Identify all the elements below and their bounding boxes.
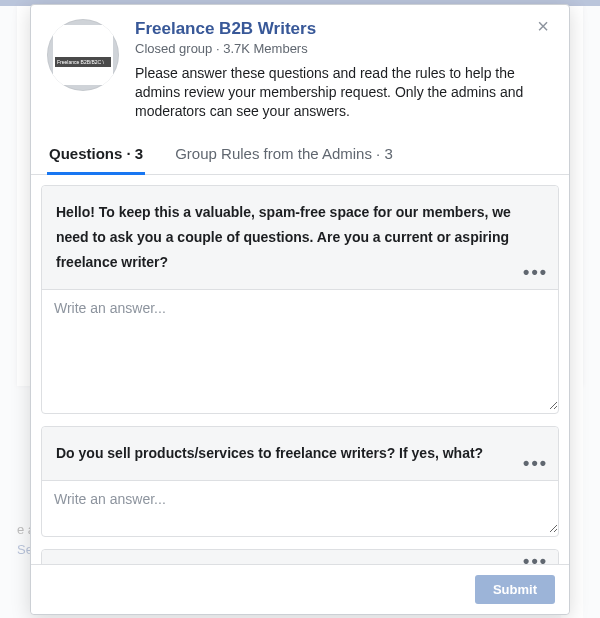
modal-tabs: Questions · 3 Group Rules from the Admin… xyxy=(31,135,569,175)
header-text: Freelance B2B Writers Closed group · 3.7… xyxy=(135,19,553,121)
membership-questions-modal: Freelance B2B/B2C \ Freelance B2B Writer… xyxy=(30,4,570,615)
questions-scroll[interactable]: Hello! To keep this a valuable, spam-fre… xyxy=(41,185,565,564)
question-prompt-text: Hello! To keep this a valuable, spam-fre… xyxy=(56,204,511,270)
group-description: Please answer these questions and read t… xyxy=(135,64,553,121)
ellipsis-icon[interactable]: ••• xyxy=(523,263,548,281)
question-prompt: ••• xyxy=(42,550,558,564)
avatar-caption: Freelance B2B/B2C \ xyxy=(55,57,111,67)
group-title-link[interactable]: Freelance B2B Writers xyxy=(135,19,553,39)
answer-input-1[interactable] xyxy=(42,290,558,410)
answer-input-2[interactable] xyxy=(42,481,558,533)
modal-header: Freelance B2B/B2C \ Freelance B2B Writer… xyxy=(31,5,569,135)
question-prompt: Hello! To keep this a valuable, spam-fre… xyxy=(42,186,558,291)
group-avatar[interactable]: Freelance B2B/B2C \ xyxy=(47,19,119,91)
question-prompt-text: Do you sell products/services to freelan… xyxy=(56,445,483,461)
question-card-1: Hello! To keep this a valuable, spam-fre… xyxy=(41,185,559,415)
tab-group-rules[interactable]: Group Rules from the Admins · 3 xyxy=(173,135,395,174)
close-icon[interactable]: × xyxy=(533,17,553,37)
question-card-2: Do you sell products/services to freelan… xyxy=(41,426,559,537)
modal-footer: Submit xyxy=(31,564,569,614)
modal-body: Hello! To keep this a valuable, spam-fre… xyxy=(31,175,569,564)
group-meta: Closed group · 3.7K Members xyxy=(135,41,553,56)
modal-overlay: Freelance B2B/B2C \ Freelance B2B Writer… xyxy=(0,0,600,618)
ellipsis-icon[interactable]: ••• xyxy=(523,552,548,564)
submit-button[interactable]: Submit xyxy=(475,575,555,604)
question-prompt: Do you sell products/services to freelan… xyxy=(42,427,558,481)
tab-questions[interactable]: Questions · 3 xyxy=(47,135,145,174)
ellipsis-icon[interactable]: ••• xyxy=(523,454,548,472)
question-card-3: ••• xyxy=(41,549,559,564)
